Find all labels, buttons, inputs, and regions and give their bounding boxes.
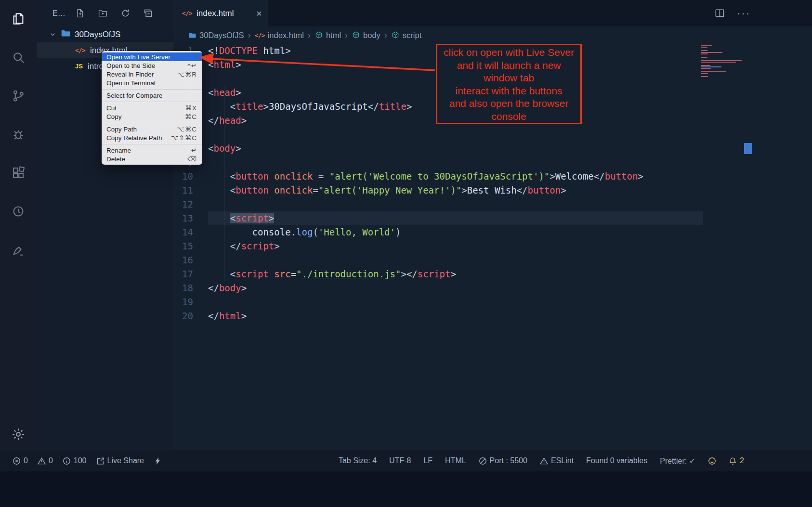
run-debug-icon[interactable] — [10, 126, 26, 143]
menu-item-select-for-compare[interactable]: Select for Compare — [102, 91, 202, 100]
status-prettier[interactable]: Prettier: ✓ — [660, 456, 695, 466]
breadcrumb-body[interactable]: body — [352, 31, 380, 40]
breadcrumb-separator: › — [248, 30, 251, 40]
pen-icon[interactable] — [10, 242, 26, 258]
status-smiley[interactable] — [708, 457, 716, 465]
line-number: 20 — [173, 309, 208, 323]
annotation-line: and it will launch a new — [437, 59, 580, 72]
menu-item-rename[interactable]: Rename↵ — [102, 146, 202, 155]
code-line-13[interactable]: 13 <script> — [173, 211, 703, 225]
new-file-icon[interactable] — [75, 8, 85, 18]
status-utf-8[interactable]: UTF-8 — [389, 456, 411, 465]
symbol-cube-icon — [352, 31, 360, 39]
status-tab-size-4[interactable]: Tab Size: 4 — [339, 456, 377, 465]
tab-index-html[interactable]: </> index.html × — [173, 0, 268, 26]
code-line-20[interactable]: 20</html> — [173, 309, 703, 323]
code-line-text — [208, 295, 703, 309]
menu-item-delete[interactable]: Delete⌫ — [102, 155, 202, 163]
html-file-icon: </> — [255, 32, 265, 39]
breadcrumb-separator: › — [384, 30, 387, 40]
line-number: 13 — [173, 211, 208, 225]
error-circle-icon — [13, 457, 21, 465]
new-folder-icon[interactable] — [98, 8, 108, 18]
menu-item-copy-relative-path[interactable]: Copy Relative Path⌥⇧⌘C — [102, 133, 202, 142]
breadcrumb-html[interactable]: html — [314, 31, 341, 40]
sidebar-title: E… — [52, 9, 65, 18]
line-number: 12 — [173, 197, 208, 211]
activity-bar-bottom — [10, 426, 26, 450]
more-actions-icon[interactable]: ··· — [737, 7, 750, 20]
code-line-19[interactable]: 19 — [173, 295, 703, 309]
code-line-18[interactable]: 18</body> — [173, 281, 703, 295]
menu-item-reveal-in-finder[interactable]: Reveal in Finder⌥⌘R — [102, 70, 202, 78]
status-2[interactable]: 2 — [729, 456, 744, 465]
tab-label: index.html — [196, 9, 234, 18]
menu-separator — [102, 144, 202, 144]
code-line-10[interactable]: 10 <button onclick = "alert('Welcome to … — [173, 169, 703, 183]
line-number: 17 — [173, 267, 208, 281]
status-port-5500[interactable]: Port : 5500 — [479, 456, 527, 465]
menu-item-copy-path[interactable]: Copy Path⌥⌘C — [102, 125, 202, 133]
code-line-7[interactable]: 7 — [173, 128, 703, 142]
menu-item-open-with-live-server[interactable]: Open with Live Server — [102, 52, 202, 61]
breadcrumb-script[interactable]: script — [391, 31, 421, 40]
menu-item-open-in-terminal[interactable]: Open in Terminal — [102, 78, 202, 87]
indent-guide — [224, 86, 224, 281]
code-line-text — [208, 128, 703, 142]
code-line-text: </script> — [208, 239, 703, 253]
status-bar: 00100Live Share Tab Size: 4UTF-8LFHTMLPo… — [0, 450, 812, 471]
status-lightning[interactable] — [154, 457, 162, 465]
overview-ruler-decoration — [744, 143, 752, 154]
breadcrumb-index-html[interactable]: </>index.html — [255, 31, 304, 40]
folder-row-30daysofjs[interactable]: 30DaysOfJS — [37, 26, 173, 42]
tab-close-icon[interactable]: × — [256, 8, 262, 18]
minimap[interactable] — [701, 45, 744, 78]
annotation-line: interact with the buttons — [437, 85, 580, 98]
menu-item-copy[interactable]: Copy⌘C — [102, 112, 202, 121]
js-file-icon: JS — [75, 63, 83, 70]
extensions-icon[interactable] — [10, 165, 26, 181]
explorer-icon[interactable] — [10, 11, 26, 27]
status-0[interactable]: 0 — [13, 456, 28, 465]
split-editor-icon[interactable] — [714, 8, 725, 19]
settings-gear-icon[interactable] — [10, 426, 26, 442]
info-circle-icon — [63, 457, 71, 465]
code-line-9[interactable]: 9 — [173, 156, 703, 169]
code-line-11[interactable]: 11 <button onclick="alert('Happy New Yea… — [173, 183, 703, 197]
history-icon[interactable] — [10, 203, 26, 220]
breadcrumb-30daysofjs[interactable]: 30DaysOfJS — [188, 31, 244, 40]
code-line-15[interactable]: 15 </script> — [173, 239, 703, 253]
line-number: 14 — [173, 225, 208, 239]
folder-icon — [188, 31, 196, 39]
refresh-icon[interactable] — [120, 8, 131, 18]
code-line-text: console.log('Hello, World') — [208, 225, 703, 239]
activity-bar-items — [10, 11, 26, 280]
collapse-all-icon[interactable] — [143, 8, 153, 18]
status-found-0-variables[interactable]: Found 0 variables — [586, 456, 647, 465]
menu-item-open-to-the-side[interactable]: Open to the Side^↵ — [102, 61, 202, 70]
code-line-text: <button onclick = "alert('Welcome to 30D… — [208, 169, 703, 183]
folder-icon — [60, 28, 71, 41]
status-lf[interactable]: LF — [423, 456, 432, 465]
status-eslint[interactable]: ESLint — [540, 456, 574, 465]
status-100[interactable]: 100 — [63, 456, 87, 465]
code-line-12[interactable]: 12 — [173, 197, 703, 211]
search-icon[interactable] — [10, 49, 26, 65]
editor-actions: ··· — [714, 0, 750, 26]
code-line-16[interactable]: 16 — [173, 253, 703, 267]
code-line-14[interactable]: 14 console.log('Hello, World') — [173, 225, 703, 239]
live-share-icon — [96, 457, 105, 465]
tab-bar: </> index.html × ··· — [173, 0, 812, 26]
status-html[interactable]: HTML — [445, 456, 466, 465]
source-control-icon[interactable] — [10, 88, 26, 104]
html-file-icon: </> — [182, 10, 192, 17]
menu-separator — [102, 102, 202, 102]
code-line-17[interactable]: 17 <script src="./introduction.js"></scr… — [173, 267, 703, 281]
menu-separator — [102, 123, 202, 123]
status-0[interactable]: 0 — [38, 456, 53, 465]
bell-icon — [729, 457, 737, 465]
code-line-text: <script src="./introduction.js"></script… — [208, 267, 703, 281]
menu-item-cut[interactable]: Cut⌘X — [102, 104, 202, 112]
status-live-share[interactable]: Live Share — [96, 456, 144, 465]
code-line-8[interactable]: 8<body> — [173, 142, 703, 156]
